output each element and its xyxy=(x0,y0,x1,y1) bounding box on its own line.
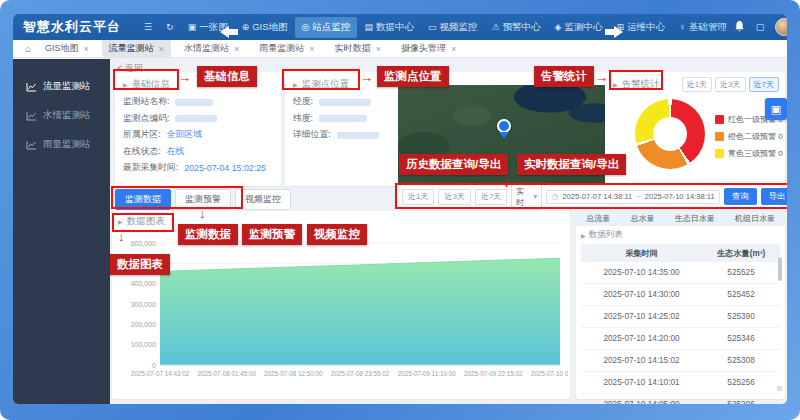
field-value-hidden xyxy=(337,132,379,139)
bell-icon[interactable] xyxy=(734,18,745,36)
nav-item-one-map[interactable]: ▣一张图 xyxy=(181,17,235,38)
table-cell: 525206 xyxy=(702,394,780,405)
base-icon: ♀ xyxy=(679,22,686,32)
table-header[interactable]: ▶数据列表 xyxy=(576,226,785,241)
satellite-map[interactable] xyxy=(398,85,609,185)
tab-label: GIS地图 xyxy=(45,42,79,55)
sidebar-item-雨量监测站[interactable]: 雨量监测站 xyxy=(13,130,110,159)
open-tabs: GIS地图×流量监测站×水情监测站×雨量监测站×实时数据×摄像头管理× xyxy=(38,40,463,57)
basic-info-header[interactable]: ▶基础信息 xyxy=(115,72,281,91)
legend-color-swatch xyxy=(715,115,724,124)
view-tab-视频监控[interactable]: 视频监控 xyxy=(235,189,291,210)
table-scrollbar[interactable] xyxy=(778,257,782,281)
nav-item-monitor-center[interactable]: ◈监测中心 xyxy=(548,17,610,38)
nav-item-video-monitor[interactable]: ▭视频监控 xyxy=(421,17,485,38)
svg-text:2025-07-09 22:15:02: 2025-07-09 22:15:02 xyxy=(464,370,523,377)
nav-item-alert-center[interactable]: ⚠预警中心 xyxy=(484,17,547,38)
home-icon[interactable]: ⌂ xyxy=(25,43,31,54)
tab-摄像头管理[interactable]: 摄像头管理× xyxy=(394,40,463,57)
basic-info-fields: 监测站名称:监测点编码:所属片区:全部区域在线状态:在线最新采集时间:2025-… xyxy=(115,91,281,174)
site-icon: ◎ xyxy=(302,22,310,32)
legend-label: 黄色三级预警 0 xyxy=(728,148,783,159)
export-button[interactable]: 导出 xyxy=(761,188,787,205)
close-icon[interactable]: × xyxy=(84,44,89,54)
table-row[interactable]: 2025-07-10 14:30:00525452 xyxy=(581,284,780,306)
view-tab-监测预警[interactable]: 监测预警 xyxy=(175,189,231,210)
field-value-hidden xyxy=(319,115,367,122)
table-row[interactable]: 2025-07-10 14:20:00525346 xyxy=(581,328,780,350)
alarm-stats-panel: ▶告警统计 近1天近3天近7天 红色一级预警 0橙色二级预警 0黄色三级预警 0 xyxy=(605,72,785,186)
basic-info-panel: ▶基础信息 监测站名称:监测点编码:所属片区:全部区域在线状态:在线最新采集时间… xyxy=(115,72,281,186)
table-row[interactable]: 2025-07-10 14:25:02525390 xyxy=(581,306,780,328)
field-label: 经度: xyxy=(293,96,313,108)
nav-item-base-manage[interactable]: ♀基础管理 xyxy=(672,17,734,38)
field-label: 详细位置: xyxy=(293,129,331,141)
metric-tab-总水量[interactable]: 总水量 xyxy=(630,213,654,224)
quick-range-近3天[interactable]: 近3天 xyxy=(438,189,470,205)
column-header: 生态水量(m³) xyxy=(702,244,780,262)
nav-item-menu-toggle[interactable]: ☰ xyxy=(137,18,159,36)
tab-label: 水情监测站 xyxy=(184,42,229,55)
table-row[interactable]: 2025-07-10 14:35:00525525 xyxy=(581,262,780,284)
table-cell: 525390 xyxy=(702,306,780,328)
metric-tab-生态日水量[interactable]: 生态日水量 xyxy=(675,213,715,224)
monitor-icon: ◈ xyxy=(555,22,562,32)
tab-GIS地图[interactable]: GIS地图× xyxy=(38,40,96,57)
sidebar: 流量监测站水情监测站雨量监测站 xyxy=(13,59,110,404)
tab-流量监测站[interactable]: 流量监测站× xyxy=(102,40,171,57)
query-bar: 近1天近3天近7天 实时▾ ◷ 2025-07-07 14:38:11 ~ 20… xyxy=(397,186,780,207)
svg-text:500,000: 500,000 xyxy=(131,260,156,267)
query-button[interactable]: 查询 xyxy=(724,188,757,205)
quick-range-近7天[interactable]: 近7天 xyxy=(475,189,507,205)
close-icon[interactable]: × xyxy=(309,44,314,54)
nav-item-site-monitor[interactable]: ◎站点监控 xyxy=(295,17,358,38)
sidebar-item-流量监测站[interactable]: 流量监测站 xyxy=(13,72,110,101)
table-cell: 525452 xyxy=(702,284,780,306)
chart-panel: ▶数据图表 0100,000200,000300,000400,000500,0… xyxy=(112,211,570,399)
alarm-range-近1天[interactable]: 近1天 xyxy=(682,77,712,92)
quick-range-近1天[interactable]: 近1天 xyxy=(402,189,434,205)
close-icon[interactable]: × xyxy=(159,44,164,54)
tab-水情监测站[interactable]: 水情监测站× xyxy=(177,40,246,57)
alarm-icon: ⚠ xyxy=(491,22,499,32)
nav-item-refresh[interactable]: ↻ xyxy=(159,18,181,36)
close-icon[interactable]: × xyxy=(234,44,239,54)
field-label: 纬度: xyxy=(293,113,313,125)
table-cell: 2025-07-10 14:15:02 xyxy=(581,350,702,372)
nav-item-ops-center[interactable]: ⊞运维中心 xyxy=(609,17,672,38)
nav-item-label: 运维中心 xyxy=(627,21,665,34)
legend-label: 橙色二级预警 0 xyxy=(728,131,783,142)
tab-label: 摄像头管理 xyxy=(401,42,446,55)
map-pin-icon[interactable] xyxy=(497,119,511,133)
table-cell: 525256 xyxy=(702,372,780,394)
field-value-hidden xyxy=(175,115,217,122)
svg-text:2025-07-08 12:50:00: 2025-07-08 12:50:00 xyxy=(264,370,323,377)
alarm-range-buttons: 近1天近3天近7天 xyxy=(682,77,779,92)
avatar[interactable] xyxy=(775,18,787,36)
alarm-range-近7天[interactable]: 近7天 xyxy=(749,77,779,92)
tab-雨量监测站[interactable]: 雨量监测站× xyxy=(252,40,321,57)
metric-tab-机组日水量[interactable]: 机组日水量 xyxy=(735,213,775,224)
legend-color-swatch xyxy=(715,132,724,141)
fullscreen-icon[interactable]: ▢ xyxy=(756,22,765,32)
close-icon[interactable]: × xyxy=(451,44,456,54)
nav-item-gis-map[interactable]: ⊕GIS地图 xyxy=(235,17,295,38)
table-row[interactable]: 2025-07-10 14:10:01525256 xyxy=(581,372,780,394)
tab-实时数据[interactable]: 实时数据× xyxy=(328,40,388,57)
nav-item-data-center[interactable]: ▤数据中心 xyxy=(357,17,421,38)
close-icon[interactable]: × xyxy=(376,44,381,54)
alarm-legend: 红色一级预警 0橙色二级预警 0黄色三级预警 0 xyxy=(715,114,783,159)
mode-select[interactable]: 实时▾ xyxy=(511,183,542,210)
table-cell: 2025-07-10 14:10:01 xyxy=(581,372,702,394)
sidebar-item-水情监测站[interactable]: 水情监测站 xyxy=(13,101,110,130)
table-row[interactable]: 2025-07-10 14:15:02525308 xyxy=(581,350,780,372)
table-row[interactable]: 2025-07-10 14:05:00525206 xyxy=(581,394,780,405)
field-row: 在线状态:在线 xyxy=(123,146,273,158)
chart-header[interactable]: ▶数据图表 xyxy=(112,211,570,228)
area-chart: 0100,000200,000300,000400,000500,000600,… xyxy=(114,227,568,397)
metric-tab-总流量[interactable]: 总流量 xyxy=(586,213,610,224)
alarm-range-近3天[interactable]: 近3天 xyxy=(715,77,745,92)
date-range-input[interactable]: ◷ 2025-07-07 14:38:11 ~ 2025-07-10 14:38… xyxy=(546,190,719,204)
settings-float-button[interactable]: ▣ xyxy=(765,98,787,120)
view-tab-监测数据[interactable]: 监测数据 xyxy=(115,189,171,210)
